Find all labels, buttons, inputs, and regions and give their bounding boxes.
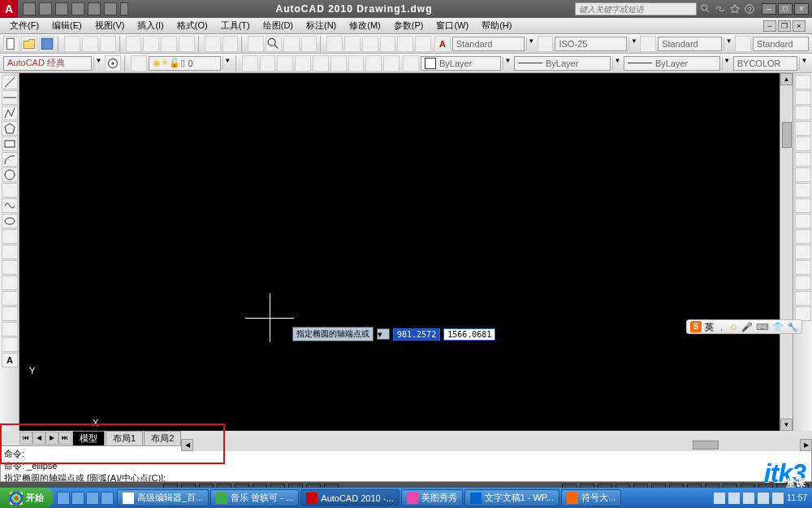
- undo-button[interactable]: [205, 36, 221, 52]
- menu-view[interactable]: 视图(V): [89, 18, 132, 33]
- workspace-dropdown-icon[interactable]: ▼: [93, 57, 103, 70]
- scroll-up-icon[interactable]: ▲: [780, 73, 793, 85]
- save-doc-button[interactable]: [39, 36, 55, 52]
- region-tool[interactable]: [2, 322, 18, 336]
- open-icon[interactable]: [39, 2, 52, 15]
- task-item-1[interactable]: 音乐 曾轶可 - ...: [210, 489, 299, 506]
- task-item-2[interactable]: AutoCAD 2010 -...: [300, 489, 399, 506]
- tablestyle-combo[interactable]: Standard: [658, 37, 722, 51]
- pline-tool[interactable]: [2, 106, 18, 120]
- print-button[interactable]: [64, 36, 80, 52]
- taskbar-clock[interactable]: 11:57: [787, 493, 807, 502]
- ime-toolbar[interactable]: S 英 ， ☺ 🎤 ⌨ 👕 🔧: [686, 319, 802, 334]
- layer-walk-button[interactable]: [295, 55, 311, 72]
- publish-button[interactable]: [100, 36, 116, 52]
- vertical-scrollbar[interactable]: ▲ ▼: [780, 73, 793, 431]
- dyn-options-icon[interactable]: ▾: [377, 328, 390, 340]
- tab-prev-button[interactable]: ◀: [32, 432, 45, 445]
- lweight-combo[interactable]: ByLayer: [624, 56, 720, 71]
- layer-freeze-button[interactable]: [313, 55, 329, 72]
- rect-tool[interactable]: [2, 137, 18, 151]
- ql-desktop-icon[interactable]: [71, 492, 84, 505]
- layer-iso-button[interactable]: [242, 55, 258, 72]
- offset-tool[interactable]: [795, 121, 811, 136]
- menu-insert[interactable]: 插入(I): [131, 18, 170, 33]
- horizontal-scrollbar[interactable]: ◀ ▶: [181, 439, 812, 451]
- search-icon[interactable]: [700, 3, 711, 15]
- cut-button[interactable]: [126, 36, 142, 52]
- preview-button[interactable]: [82, 36, 98, 52]
- sheet-button[interactable]: [380, 36, 396, 52]
- mleaderstyle-icon[interactable]: [735, 36, 751, 52]
- menu-modify[interactable]: 修改(M): [343, 18, 387, 33]
- layer-state-combo[interactable]: ◉ ☀ 🔓 ▯ 0: [149, 56, 221, 71]
- task-item-5[interactable]: 符号大...: [561, 489, 621, 506]
- move-tool[interactable]: [795, 152, 811, 167]
- menu-dimension[interactable]: 标注(N): [300, 18, 343, 33]
- layer-props-button[interactable]: [131, 55, 147, 72]
- hatch-tool[interactable]: [2, 291, 18, 306]
- ime-lang-label[interactable]: 英: [705, 321, 714, 333]
- start-button[interactable]: 开始: [0, 488, 54, 508]
- vscroll-thumb[interactable]: [782, 122, 792, 148]
- tray-2-icon[interactable]: [728, 493, 740, 504]
- zoom-button[interactable]: [266, 36, 282, 52]
- table-tool[interactable]: [2, 337, 18, 352]
- new-doc-button[interactable]: [3, 36, 19, 52]
- textstyle-combo[interactable]: Standard: [452, 37, 525, 51]
- markup-button[interactable]: [397, 36, 413, 52]
- dimstyle-dropdown-icon[interactable]: ▼: [628, 37, 638, 50]
- copy-tool[interactable]: [795, 90, 811, 105]
- help-search-input[interactable]: [575, 2, 697, 15]
- tab-first-button[interactable]: ⏮: [19, 432, 32, 445]
- sogou-logo-icon[interactable]: S: [690, 321, 702, 332]
- ime-emoji-icon[interactable]: ☺: [729, 322, 738, 332]
- layer-lock-button[interactable]: [365, 55, 382, 72]
- layer-off-button[interactable]: [330, 55, 347, 72]
- drawing-canvas[interactable]: 指定椭圆的轴端点或 ▾ 981.2572 1566.0681 Y X: [19, 73, 780, 431]
- workspace-combo[interactable]: AutoCAD 经典: [3, 56, 92, 71]
- tab-layout2[interactable]: 布局2: [144, 431, 181, 445]
- point-tool[interactable]: [2, 276, 18, 290]
- help-icon[interactable]: ?: [744, 3, 755, 15]
- maximize-button[interactable]: □: [778, 3, 793, 15]
- calc-button[interactable]: [415, 36, 431, 52]
- ime-voice-icon[interactable]: 🎤: [741, 322, 753, 332]
- tray-4-icon[interactable]: [758, 493, 769, 504]
- favorite-icon[interactable]: [729, 3, 741, 15]
- paste-button[interactable]: [161, 36, 177, 52]
- textstyle-dropdown-icon[interactable]: ▼: [526, 37, 536, 50]
- ql-app2-icon[interactable]: [101, 492, 114, 505]
- properties-button[interactable]: [326, 36, 343, 52]
- ql-ie-icon[interactable]: [57, 492, 70, 505]
- textstyle-icon[interactable]: A: [434, 36, 451, 52]
- spline-tool[interactable]: [2, 198, 18, 213]
- close-button[interactable]: ×: [794, 3, 809, 15]
- menu-file[interactable]: 文件(F): [3, 18, 45, 33]
- rotate-tool[interactable]: [795, 167, 811, 182]
- dyn-x-input[interactable]: 981.2572: [393, 328, 440, 341]
- print-icon[interactable]: [104, 2, 117, 15]
- lweight-dropdown-icon[interactable]: ▼: [722, 57, 732, 70]
- dimstyle-combo[interactable]: ISO-25: [555, 37, 627, 51]
- redo-button[interactable]: [222, 36, 239, 52]
- tab-next-button[interactable]: ▶: [45, 432, 58, 445]
- menu-edit[interactable]: 编辑(E): [45, 18, 89, 33]
- plotstyle-dropdown-icon[interactable]: ▼: [799, 57, 809, 70]
- layer-prev-button[interactable]: [260, 55, 276, 72]
- layer-match-button[interactable]: [277, 55, 293, 72]
- menu-window[interactable]: 窗口(W): [430, 18, 475, 33]
- menu-help[interactable]: 帮助(H): [475, 18, 518, 33]
- ime-punct-icon[interactable]: ，: [717, 321, 726, 333]
- revcloud-tool[interactable]: [2, 183, 18, 198]
- redo-icon[interactable]: [88, 2, 101, 15]
- tray-1-icon[interactable]: [714, 493, 725, 504]
- save-icon[interactable]: [55, 2, 68, 15]
- layer-unlock-button[interactable]: [383, 55, 400, 72]
- mdi-minimize-button[interactable]: –: [763, 20, 776, 32]
- dc-button[interactable]: [344, 36, 361, 52]
- xline-tool[interactable]: [2, 90, 18, 105]
- block-tool[interactable]: [2, 245, 18, 259]
- plotstyle-combo[interactable]: BYCOLOR: [733, 56, 797, 71]
- tab-last-button[interactable]: ⏭: [58, 432, 71, 445]
